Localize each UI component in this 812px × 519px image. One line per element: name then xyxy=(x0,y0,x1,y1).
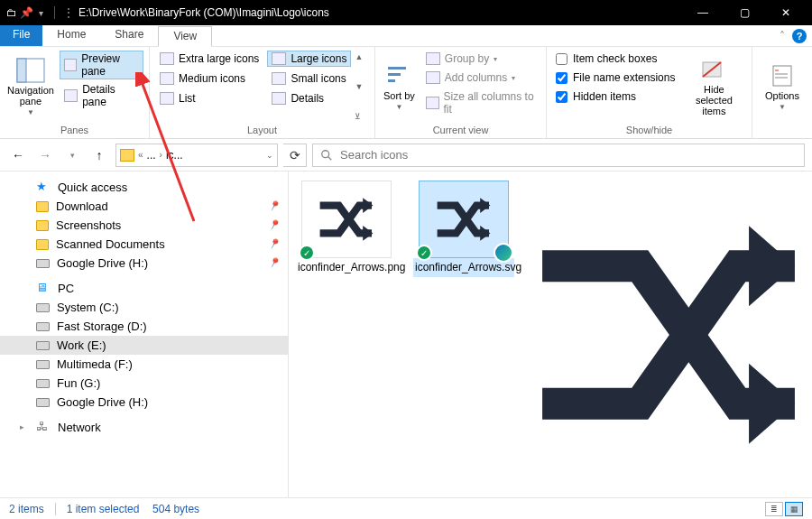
svg-point-11 xyxy=(322,150,329,157)
layout-scroll-up[interactable]: ▲ xyxy=(355,52,363,61)
drive-icon xyxy=(36,398,50,407)
svg-rect-1 xyxy=(17,59,26,82)
sync-badge-icon: ✓ xyxy=(299,245,315,261)
minimize-button[interactable]: — xyxy=(682,0,724,25)
chevron-icon[interactable]: « xyxy=(138,150,143,160)
group-panes: Navigation pane ▼ Preview pane Details p… xyxy=(0,47,150,138)
details-pane-icon xyxy=(64,89,78,102)
sidebar-item[interactable]: Scanned Documents📍 xyxy=(0,235,288,254)
group-options: Options▼ xyxy=(752,47,812,138)
file-item[interactable]: ✓iconfinder_Arrows.png xyxy=(296,181,397,277)
back-button[interactable]: ← xyxy=(7,144,29,166)
drive-icon xyxy=(36,379,50,388)
details-pane-button[interactable]: Details pane xyxy=(60,81,143,110)
expand-icon[interactable]: ▸ xyxy=(20,422,29,431)
layout-medium[interactable]: Medium icons xyxy=(155,70,263,87)
refresh-button[interactable]: ⟳ xyxy=(283,144,307,167)
file-thumbnail: ✓ xyxy=(419,181,509,258)
drive-icon xyxy=(36,341,50,350)
pin-icon[interactable]: 📌 xyxy=(20,6,32,19)
size-columns-button[interactable]: Size all columns to fit xyxy=(421,88,540,117)
drive-icon xyxy=(36,360,50,369)
svg-rect-2 xyxy=(388,67,406,70)
file-content[interactable]: ✓iconfinder_Arrows.png✓iconfinder_Arrows… xyxy=(289,171,525,497)
search-icon xyxy=(320,149,333,162)
collapse-ribbon-icon[interactable]: ˄ xyxy=(780,30,785,42)
sidebar-item[interactable]: System (C:) xyxy=(0,298,288,317)
navigation-sidebar: ★ Quick access Download📍Screenshots📍Scan… xyxy=(0,171,289,497)
view-details-button[interactable]: ≣ xyxy=(765,502,783,516)
status-item-count: 2 items xyxy=(9,503,44,515)
layout-scroll-down[interactable]: ▼ xyxy=(355,82,363,91)
sidebar-item[interactable]: Fast Storage (D:) xyxy=(0,317,288,336)
sidebar-network[interactable]: ▸ 🖧 Network xyxy=(0,417,288,437)
forward-button[interactable]: → xyxy=(34,144,56,166)
recent-button[interactable]: ▾ xyxy=(61,144,83,166)
sidebar-quick-access[interactable]: ★ Quick access xyxy=(0,177,288,197)
fold-icon xyxy=(36,201,49,212)
pin-icon: 📍 xyxy=(266,255,283,271)
maximize-button[interactable]: ▢ xyxy=(724,0,765,25)
sidebar-item[interactable]: Multimeda (F:) xyxy=(0,355,288,374)
sidebar-item[interactable]: Work (E:) xyxy=(0,336,288,355)
layout-extra-large[interactable]: Extra large icons xyxy=(155,51,263,67)
ribbon: Navigation pane ▼ Preview pane Details p… xyxy=(0,47,812,139)
folder-icon: 🗀 xyxy=(5,6,18,19)
sidebar-item[interactable]: Google Drive (H:) xyxy=(0,393,288,412)
tab-file[interactable]: File xyxy=(0,25,42,46)
group-current-view: Sort by▼ Group by▾ Add columns▾ Size all… xyxy=(375,47,547,138)
sidebar-item[interactable]: Download📍 xyxy=(0,197,288,216)
sort-icon xyxy=(384,63,413,88)
group-by-icon xyxy=(426,52,440,65)
sidebar-item[interactable]: Fun (G:) xyxy=(0,374,288,393)
file-extensions-toggle[interactable]: File name extensions xyxy=(552,70,678,86)
options-icon xyxy=(768,63,797,88)
tab-home[interactable]: Home xyxy=(42,25,100,46)
chevron-icon[interactable]: › xyxy=(160,150,162,160)
tab-view[interactable]: View xyxy=(158,26,212,47)
preview-pane-button[interactable]: Preview pane xyxy=(60,51,143,79)
help-button[interactable]: ? xyxy=(792,29,807,43)
hidden-items-toggle[interactable]: Hidden items xyxy=(552,88,678,105)
hide-selected-button[interactable]: Hide selected items xyxy=(682,51,745,123)
folder-icon xyxy=(120,149,134,162)
pin-icon: 📍 xyxy=(266,217,283,233)
layout-expand[interactable]: ⊻ xyxy=(355,112,363,121)
sort-by-button[interactable]: Sort by▼ xyxy=(381,51,418,123)
sidebar-item[interactable]: Google Drive (H:)📍 xyxy=(0,254,288,273)
view-thumbnails-button[interactable]: ▦ xyxy=(785,502,803,516)
layout-list[interactable]: List xyxy=(155,90,263,107)
hide-selected-icon xyxy=(699,57,728,82)
svg-rect-4 xyxy=(388,79,395,82)
add-columns-icon xyxy=(426,71,440,84)
file-item[interactable]: ✓iconfinder_Arrows.svg xyxy=(413,181,514,277)
chevron-down-icon[interactable]: ▾ xyxy=(34,6,47,19)
list-icon xyxy=(160,92,174,105)
add-columns-button[interactable]: Add columns▾ xyxy=(421,70,540,86)
large-icon xyxy=(272,52,286,65)
preview-pane xyxy=(525,171,812,497)
overflow-icon[interactable]: ⋮ xyxy=(62,6,75,19)
breadcrumb[interactable]: « ... › ic... ⌄ xyxy=(115,144,278,167)
pc-icon: 🖥 xyxy=(36,281,51,295)
tab-share[interactable]: Share xyxy=(100,25,158,46)
item-checkboxes-toggle[interactable]: Item check boxes xyxy=(552,51,678,67)
navigation-pane-button[interactable]: Navigation pane ▼ xyxy=(5,51,56,123)
titlebar: 🗀 📌 ▾ ⋮ E:\Drive\Work\BinaryFork (COM)\I… xyxy=(0,0,812,25)
sidebar-pc[interactable]: 🖥 PC xyxy=(0,278,288,298)
layout-small[interactable]: Small icons xyxy=(267,70,351,87)
navigation-pane-icon xyxy=(16,58,45,83)
drive-icon xyxy=(36,259,50,268)
quick-access-toolbar: 🗀 📌 ▾ ⋮ xyxy=(5,6,75,19)
search-input[interactable]: Search icons xyxy=(312,144,805,167)
options-button[interactable]: Options▼ xyxy=(758,51,807,123)
dropdown-icon[interactable]: ⌄ xyxy=(266,151,273,160)
close-button[interactable]: ✕ xyxy=(765,0,807,25)
pin-icon: 📍 xyxy=(266,198,283,214)
layout-large[interactable]: Large icons xyxy=(267,51,351,67)
sidebar-item[interactable]: Screenshots📍 xyxy=(0,216,288,235)
sync-badge-icon: ✓ xyxy=(416,245,432,261)
layout-details[interactable]: Details xyxy=(267,90,351,107)
group-by-button[interactable]: Group by▾ xyxy=(421,51,540,67)
up-button[interactable]: ↑ xyxy=(88,144,110,166)
